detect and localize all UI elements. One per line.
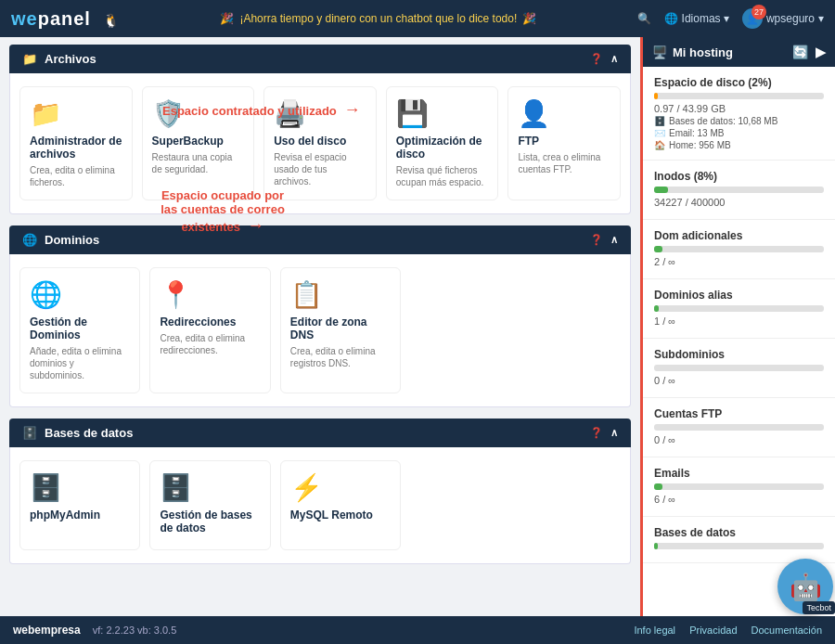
alias-progress-fill: [654, 305, 659, 312]
card-icon: 🗄️: [30, 472, 62, 503]
sidebar-header: 🖥️ Mi hosting 🔄 ▶: [643, 37, 835, 67]
collapse-icon[interactable]: ∧: [610, 427, 618, 439]
card-icon: 🗄️: [160, 472, 192, 503]
sidebar-title: 🖥️ Mi hosting: [652, 45, 733, 59]
card-icon: 👤: [518, 98, 550, 129]
folder-icon: 📁: [22, 52, 37, 66]
topnav-right: 🔍 🌐 Idiomas ▾ 👤27 wpseguro ▾: [637, 8, 824, 29]
card-gestion-bd[interactable]: 🗄️ Gestión de bases de datos: [149, 460, 270, 550]
email-progress-fill: [654, 483, 662, 490]
card-disco[interactable]: 🖨️ Uso del disco Revisa el espacio usado…: [263, 86, 377, 200]
card-redirecciones[interactable]: 📍 Redirecciones Crea, edita o elimina re…: [149, 267, 270, 393]
footer-link-legal[interactable]: Info legal: [634, 625, 675, 636]
collapse-icon[interactable]: ∧: [610, 234, 618, 246]
email-progress-bg: [654, 483, 824, 490]
help-icon[interactable]: ❓: [590, 234, 603, 246]
help-icon[interactable]: ❓: [590, 53, 603, 65]
bd-progress-fill: [654, 543, 658, 549]
card-dns[interactable]: 📋 Editor de zona DNS Crea, edita o elimi…: [280, 267, 401, 393]
bases-datos-section: 🗄️ Bases de datos ❓ ∧ 🗄️ phpMyAdmin: [9, 419, 631, 564]
logo: wepanel 🐧: [11, 8, 120, 30]
alias-progress-bg: [654, 305, 824, 312]
sub-progress-bg: [654, 365, 824, 371]
server-icon: 🖥️: [652, 45, 667, 59]
db-icon: 🗄️: [22, 426, 37, 440]
card-icon: 📋: [290, 279, 323, 310]
bd-progress-bg: [654, 543, 824, 549]
inodos-progress-fill: [654, 187, 668, 193]
card-icon: 🖨️: [274, 98, 306, 129]
bases-datos-title: 🗄️ Bases de datos: [22, 426, 133, 440]
card-phpmyadmin[interactable]: 🗄️ phpMyAdmin: [19, 460, 140, 550]
footer-links: Info legal Privacidad Documentación: [623, 625, 822, 636]
dom-adicionales-section: Dom adicionales 2 / ∞: [643, 220, 835, 279]
archivos-title: 📁 Archivos: [22, 52, 96, 66]
refresh-icon[interactable]: 🔄: [792, 45, 808, 59]
dom-progress-fill: [654, 246, 662, 252]
archivos-header: 📁 Archivos ❓ ∧: [9, 45, 631, 73]
annotation-container: 📁 Archivos ❓ ∧ 📁 Administrador de archiv…: [9, 45, 631, 564]
footer: webempresa vf: 2.2.23 vb: 3.0.5 Info leg…: [0, 616, 835, 644]
card-archivos[interactable]: 📁 Administrador de archivos Crea, edita …: [19, 86, 133, 200]
promo-text: 🎉 ¡Ahorra tiempo y dinero con un chatbot…: [220, 12, 536, 25]
footer-brand: webempresa vf: 2.2.23 vb: 3.0.5: [13, 624, 176, 637]
archivos-controls: ❓ ∧: [590, 53, 618, 65]
sidebar-actions: 🔄 ▶: [792, 45, 826, 59]
bases-datos-header: 🗄️ Bases de datos ❓ ∧: [9, 419, 631, 447]
inodos-section: Inodos (8%) 34227 / 400000: [643, 161, 835, 220]
archivos-section: 📁 Archivos ❓ ∧ 📁 Administrador de archiv…: [9, 45, 631, 214]
bases-datos-body: 🗄️ phpMyAdmin 🗄️ Gestión de bases de dat…: [9, 447, 631, 564]
main-layout: 📁 Archivos ❓ ∧ 📁 Administrador de archiv…: [0, 37, 835, 616]
bases-datos-controls: ❓ ∧: [590, 427, 618, 439]
disk-progress-bg: [654, 93, 824, 99]
card-gestion-dominios[interactable]: 🌐 Gestión de Dominios Añade, edita o eli…: [19, 267, 140, 393]
main-content: 📁 Archivos ❓ ∧ 📁 Administrador de archiv…: [0, 37, 640, 616]
card-ftp[interactable]: 👤 FTP Lista, crea o elimina cuentas FTP.: [507, 86, 621, 200]
dom-progress-bg: [654, 246, 824, 252]
email-meta: ✉️ Email: 13 MB: [654, 128, 824, 138]
search-icon[interactable]: 🔍: [637, 12, 651, 25]
language-selector[interactable]: 🌐 Idiomas ▾: [664, 12, 729, 25]
footer-link-documentacion[interactable]: Documentación: [752, 625, 822, 636]
emails-section: Emails 6 / ∞: [643, 457, 835, 517]
ftp-progress-bg: [654, 424, 824, 431]
globe-icon: 🌐: [22, 233, 37, 247]
dominios-title: 🌐 Dominios: [22, 233, 99, 247]
card-icon: 📁: [30, 98, 62, 129]
help-icon[interactable]: ❓: [590, 427, 603, 439]
home-meta-icon: 🏠: [654, 140, 665, 150]
db-meta: 🗄️ Bases de datos: 10,68 MB: [654, 116, 824, 126]
db-meta-icon: 🗄️: [654, 116, 665, 126]
dominios-body: 🌐 Gestión de Dominios Añade, edita o eli…: [9, 254, 631, 407]
user-menu[interactable]: 👤27 wpseguro ▾: [742, 8, 824, 29]
sidebar: 🖥️ Mi hosting 🔄 ▶ Espacio de disco (2%) …: [640, 37, 835, 616]
topnav: wepanel 🐧 🎉 ¡Ahorra tiempo y dinero con …: [0, 0, 835, 37]
dominios-controls: ❓ ∧: [590, 234, 618, 246]
bases-datos-sidebar-section: Bases de datos: [643, 517, 835, 563]
card-icon: 🌐: [30, 279, 62, 310]
dominios-section: 🌐 Dominios ❓ ∧ 🌐 Gestión de Dominios Aña…: [9, 225, 631, 407]
video-icon[interactable]: ▶: [816, 45, 826, 59]
email-meta-icon: ✉️: [654, 128, 665, 138]
card-superbackup[interactable]: 🛡️ SuperBackup Restaura una copia de seg…: [142, 86, 255, 200]
archivos-body: 📁 Administrador de archivos Crea, edita …: [9, 73, 631, 214]
cuentas-ftp-section: Cuentas FTP 0 / ∞: [643, 398, 835, 457]
footer-link-privacidad[interactable]: Privacidad: [689, 625, 737, 636]
card-icon: 💾: [396, 98, 429, 129]
collapse-icon[interactable]: ∧: [610, 53, 618, 65]
card-mysql-remoto[interactable]: ⚡ MySQL Remoto: [280, 460, 401, 550]
dominios-header: 🌐 Dominios ❓ ∧: [9, 225, 631, 254]
disk-section: Espacio de disco (2%) 0.97 / 43.99 GB 🗄️…: [643, 67, 835, 161]
card-icon: 🛡️: [152, 98, 185, 129]
card-optimizacion[interactable]: 💾 Optimización de disco Revisa qué fiche…: [386, 86, 499, 200]
tecbot-label: Tecbot: [803, 601, 835, 614]
card-icon: 📍: [160, 279, 192, 310]
subdominios-section: Subdominios 0 / ∞: [643, 339, 835, 398]
inodos-progress-bg: [654, 187, 824, 193]
disk-progress-fill: [654, 93, 658, 99]
dominios-alias-section: Dominios alias 1 / ∞: [643, 279, 835, 339]
card-icon: ⚡: [290, 472, 323, 503]
home-meta: 🏠 Home: 956 MB: [654, 140, 824, 150]
